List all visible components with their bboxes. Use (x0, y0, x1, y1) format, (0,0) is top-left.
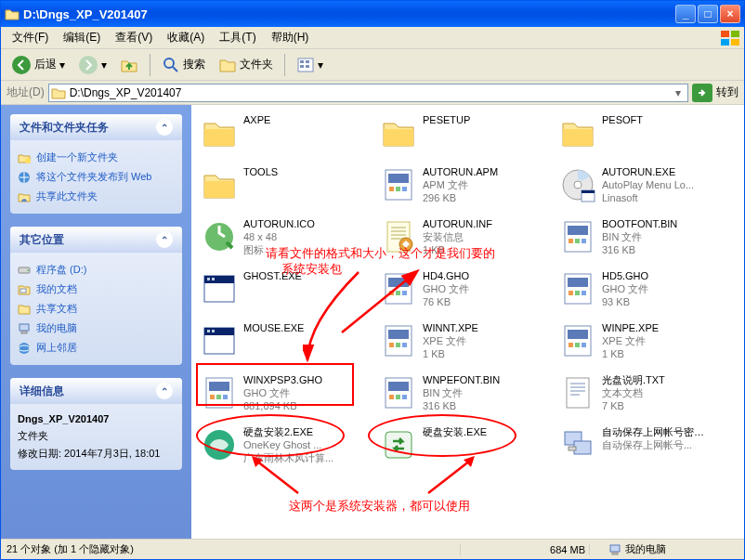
file-item[interactable]: WINPE.XPE XPE 文件 1 KB (559, 322, 735, 365)
chevron-down-icon[interactable]: ▾ (671, 86, 686, 99)
panel-title: 文件和文件夹任务 (20, 120, 109, 136)
file-pane[interactable]: AXPE PESETUP PESOFT TOOLS AUTORUN.APM AP… (191, 105, 744, 539)
svg-rect-70 (223, 395, 228, 399)
file-meta: WINXPSP3.GHO GHO 文件 681,094 KB (243, 374, 322, 412)
svg-rect-80 (574, 441, 591, 454)
back-button[interactable]: 后退 ▾ (7, 52, 70, 78)
menu-help[interactable]: 帮助(H) (264, 28, 317, 47)
panel-title: 其它位置 (20, 232, 64, 248)
file-item[interactable]: HD5.GHO GHO 文件 93 KB (559, 270, 735, 313)
file-meta: TOOLS (243, 166, 278, 179)
separator (284, 54, 285, 76)
file-name: 光盘说明.TXT (602, 374, 665, 387)
task-publish[interactable]: 将这个文件夹发布到 Web (18, 167, 175, 187)
file-name: AUTORUN.ICO (243, 218, 315, 231)
file-item[interactable]: MOUSE.EXE (201, 322, 376, 365)
menu-file[interactable]: 文件(F) (5, 28, 56, 47)
file-item[interactable]: AUTORUN.INF 安装信息 1 KB (380, 218, 555, 261)
views-button[interactable]: ▾ (292, 53, 328, 77)
file-icon (380, 166, 417, 203)
panel-header[interactable]: 详细信息 ⌃ (10, 378, 182, 404)
svg-rect-58 (389, 343, 394, 347)
svg-point-12 (25, 158, 31, 163)
file-icon (559, 270, 596, 307)
chevron-down-icon: ▾ (59, 59, 65, 72)
svg-rect-69 (216, 395, 221, 399)
address-path: D:\Dngs_XP_V201407 (70, 86, 667, 99)
file-meta: HD4.GHO GHO 文件 76 KB (423, 270, 469, 308)
file-item[interactable]: AUTORUN.ICO 48 x 48 图标 (201, 218, 376, 261)
titlebar[interactable]: D:\Dngs_XP_V201407 _ □ × (1, 1, 744, 27)
file-meta: 自动保存上网帐号密码到D盘.EXE 自动保存上网帐号... (602, 426, 704, 452)
file-icon (559, 322, 596, 359)
window-title: D:\Dngs_XP_V201407 (23, 7, 675, 21)
file-icon (201, 114, 238, 151)
file-sub1: XPE 文件 (602, 335, 659, 348)
svg-rect-3 (731, 39, 739, 46)
file-item[interactable]: 自动保存上网帐号密码到D盘.EXE 自动保存上网帐号... (559, 426, 735, 469)
maximize-button[interactable]: □ (698, 5, 718, 23)
file-item[interactable]: WINXPSP3.GHO GHO 文件 681,094 KB (201, 374, 376, 417)
file-item[interactable]: PESETUP (380, 114, 555, 157)
search-button[interactable]: 搜索 (157, 53, 210, 77)
file-item[interactable]: WINNT.XPE XPE 文件 1 KB (380, 322, 555, 365)
panel-header[interactable]: 其它位置 ⌃ (10, 227, 182, 253)
svg-rect-46 (402, 291, 407, 295)
go-button[interactable] (692, 84, 712, 102)
place-drive-d[interactable]: 程序盘 (D:) (18, 260, 175, 280)
file-item[interactable]: AXPE (201, 114, 376, 157)
file-item[interactable]: HD4.GHO GHO 文件 76 KB (380, 270, 555, 313)
file-item[interactable]: AUTORUN.APM APM 文件 296 KB (380, 166, 555, 209)
file-grid: AXPE PESETUP PESOFT TOOLS AUTORUN.APM AP… (201, 114, 735, 469)
address-label: 地址(D) (7, 85, 45, 100)
place-my-documents[interactable]: 我的文档 (18, 280, 175, 299)
file-name: WINNT.XPE (423, 322, 478, 335)
svg-rect-57 (388, 330, 409, 339)
place-shared-documents[interactable]: 共享文档 (18, 299, 175, 319)
svg-rect-81 (569, 447, 576, 450)
place-my-computer[interactable]: 我的电脑 (18, 319, 175, 338)
svg-rect-75 (402, 395, 407, 399)
file-name: HD5.GHO (602, 270, 648, 283)
go-label: 转到 (716, 85, 738, 100)
menu-tools[interactable]: 工具(T) (212, 28, 263, 47)
addressbar: 地址(D) D:\Dngs_XP_V201407 ▾ 转到 (1, 81, 744, 105)
svg-point-27 (574, 181, 582, 189)
file-icon (201, 322, 238, 359)
task-new-folder[interactable]: 创建一个新文件夹 (18, 148, 175, 167)
file-item[interactable]: BOOTFONT.BIN BIN 文件 316 KB (559, 218, 735, 261)
task-share[interactable]: 共享此文件夹 (18, 187, 175, 206)
file-item[interactable]: PESOFT (559, 114, 735, 157)
file-item[interactable]: 硬盘安装.EXE (380, 426, 555, 469)
forward-button[interactable]: ▾ (73, 52, 111, 78)
file-sub2: 296 KB (423, 192, 498, 205)
chevron-down-icon: ▾ (101, 59, 107, 72)
file-item[interactable]: 光盘说明.TXT 文本文档 7 KB (559, 374, 735, 417)
file-icon (201, 374, 238, 411)
file-item[interactable]: TOOLS (201, 166, 376, 209)
file-name: AXPE (243, 114, 270, 127)
svg-rect-76 (567, 378, 589, 408)
file-name: AUTORUN.INF (423, 218, 492, 231)
menu-favorites[interactable]: 收藏(A) (160, 28, 212, 47)
place-network[interactable]: 网上邻居 (18, 338, 175, 358)
minimize-button[interactable]: _ (675, 5, 696, 23)
file-item[interactable]: WNPEFONT.BIN BIN 文件 316 KB (380, 374, 555, 417)
file-sub2: 图标 (243, 244, 315, 257)
file-item[interactable]: GHOST.EXE (201, 270, 376, 313)
file-item[interactable]: AUTORUN.EXE AutoPlay Menu Lo... Linasoft (559, 166, 735, 209)
svg-rect-44 (389, 291, 394, 295)
file-meta: HD5.GHO GHO 文件 93 KB (602, 270, 648, 308)
panel-header[interactable]: 文件和文件夹任务 ⌃ (10, 114, 182, 140)
menu-view[interactable]: 查看(V) (108, 28, 160, 47)
svg-rect-41 (212, 278, 215, 280)
file-item[interactable]: 硬盘安装2.EXE OneKey Ghost ... 广东雨林木风计算... (201, 426, 376, 469)
file-icon (559, 374, 596, 411)
up-button[interactable] (115, 53, 143, 77)
menu-edit[interactable]: 编辑(E) (56, 28, 108, 47)
panel-tasks: 文件和文件夹任务 ⌃ 创建一个新文件夹 将这个文件夹发布到 Web 共享此文件夹 (10, 114, 182, 214)
close-button[interactable]: × (720, 5, 740, 23)
address-input[interactable]: D:\Dngs_XP_V201407 ▾ (48, 84, 688, 102)
svg-rect-25 (402, 187, 407, 191)
folders-button[interactable]: 文件夹 (214, 53, 278, 77)
